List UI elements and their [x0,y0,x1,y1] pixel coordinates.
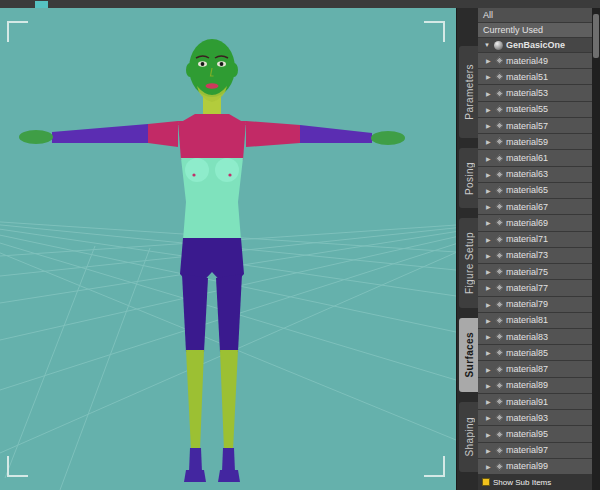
material-row[interactable]: ▶material77 [478,280,592,295]
expand-arrow-icon[interactable]: ▶ [486,301,493,308]
expand-arrow-icon[interactable]: ▶ [486,317,493,324]
surface-icon [496,430,504,438]
expand-arrow-icon[interactable]: ▶ [486,431,493,438]
expand-arrow-icon[interactable]: ▶ [486,219,493,226]
material-row[interactable]: ▶material57 [478,118,592,133]
surface-icon [496,170,504,178]
material-label: material99 [506,461,548,471]
expand-arrow-icon[interactable]: ▶ [486,333,493,340]
material-label: material79 [506,299,548,309]
material-label: material81 [506,315,548,325]
material-label: material75 [506,267,548,277]
figure-sphere-icon [494,41,503,50]
material-label: material89 [506,380,548,390]
show-sub-items-checkbox[interactable] [482,478,490,486]
material-row[interactable]: ▶material69 [478,215,592,230]
surface-icon [496,268,504,276]
scrollbar-thumb[interactable] [593,14,599,58]
expand-arrow-icon[interactable]: ▶ [486,203,493,210]
material-label: material77 [506,283,548,293]
material-row[interactable]: ▶material85 [478,345,592,360]
surface-icon [496,105,504,113]
filter-all[interactable]: All [478,8,592,22]
figure-genbasicone[interactable] [19,39,405,482]
expand-arrow-icon[interactable]: ▶ [486,155,493,162]
material-label: material61 [506,153,548,163]
material-row[interactable]: ▶material65 [478,183,592,198]
expand-arrow-icon[interactable]: ▶ [486,73,493,80]
material-row[interactable]: ▶material97 [478,443,592,458]
expand-arrow-icon[interactable]: ▶ [486,414,493,421]
surface-icon [496,203,504,211]
material-row[interactable]: ▶material63 [478,167,592,182]
surface-icon [496,251,504,259]
surface-icon [496,219,504,227]
viewport-3d[interactable] [0,8,456,490]
expand-arrow-icon[interactable]: ▶ [486,122,493,129]
material-list: ▶material49 ▶material51 ▶material53 ▶mat… [478,53,592,474]
material-row[interactable]: ▶material55 [478,102,592,117]
tab-parameters-label: Parameters [464,64,475,120]
tab-posing[interactable]: Posing [459,148,479,208]
expand-arrow-icon[interactable]: ▶ [486,171,493,178]
tab-figure-setup[interactable]: Figure Setup [459,218,479,308]
material-row[interactable]: ▶material73 [478,248,592,263]
material-label: material93 [506,413,548,423]
tree-root-genbasicone[interactable]: ▼ GenBasicOne [478,38,592,52]
material-row[interactable]: ▶material75 [478,264,592,279]
surface-icon [496,300,504,308]
filter-currently-used-label: Currently Used [483,25,543,35]
material-label: material73 [506,250,548,260]
tab-shaping-label: Shaping [464,417,475,457]
surface-icon [496,235,504,243]
expand-arrow-icon[interactable]: ▶ [486,106,493,113]
expand-arrow-icon[interactable]: ▶ [486,57,493,64]
expand-arrow-icon[interactable]: ▶ [486,463,493,470]
expand-arrow-icon[interactable]: ▶ [486,187,493,194]
material-row[interactable]: ▶material53 [478,85,592,100]
material-row[interactable]: ▶material81 [478,313,592,328]
material-row[interactable]: ▶material49 [478,53,592,68]
material-row[interactable]: ▶material71 [478,232,592,247]
collapse-arrow-icon[interactable]: ▼ [483,42,491,48]
expand-arrow-icon[interactable]: ▶ [486,138,493,145]
expand-arrow-icon[interactable]: ▶ [486,90,493,97]
expand-arrow-icon[interactable]: ▶ [486,236,493,243]
material-label: material53 [506,88,548,98]
surface-icon [496,187,504,195]
material-row[interactable]: ▶material83 [478,329,592,344]
material-row[interactable]: ▶material89 [478,378,592,393]
expand-arrow-icon[interactable]: ▶ [486,349,493,356]
show-sub-items-label: Show Sub Items [493,478,551,487]
expand-arrow-icon[interactable]: ▶ [486,252,493,259]
material-row[interactable]: ▶material51 [478,69,592,84]
tab-parameters[interactable]: Parameters [459,46,479,138]
tab-surfaces[interactable]: Surfaces [459,318,479,392]
material-row[interactable]: ▶material59 [478,134,592,149]
surface-icon [496,89,504,97]
expand-arrow-icon[interactable]: ▶ [486,398,493,405]
material-row[interactable]: ▶material91 [478,394,592,409]
surface-icon [496,73,504,81]
expand-arrow-icon[interactable]: ▶ [486,284,493,291]
material-label: material51 [506,72,548,82]
expand-arrow-icon[interactable]: ▶ [486,268,493,275]
material-row[interactable]: ▶material87 [478,361,592,376]
surface-icon [496,398,504,406]
surface-icon [496,284,504,292]
expand-arrow-icon[interactable]: ▶ [486,366,493,373]
material-row[interactable]: ▶material67 [478,199,592,214]
panel-footer: Show Sub Items [478,474,592,490]
viewport-canvas[interactable] [0,8,456,490]
material-row[interactable]: ▶material95 [478,426,592,441]
expand-arrow-icon[interactable]: ▶ [486,382,493,389]
material-row[interactable]: ▶material61 [478,150,592,165]
material-row[interactable]: ▶material99 [478,459,592,474]
filter-currently-used[interactable]: Currently Used [478,23,592,37]
tree-root-label: GenBasicOne [506,40,565,50]
expand-arrow-icon[interactable]: ▶ [486,447,493,454]
panel-scrollbar[interactable] [592,8,600,490]
material-row[interactable]: ▶material93 [478,410,592,425]
tab-shaping[interactable]: Shaping [459,402,479,472]
material-row[interactable]: ▶material79 [478,297,592,312]
